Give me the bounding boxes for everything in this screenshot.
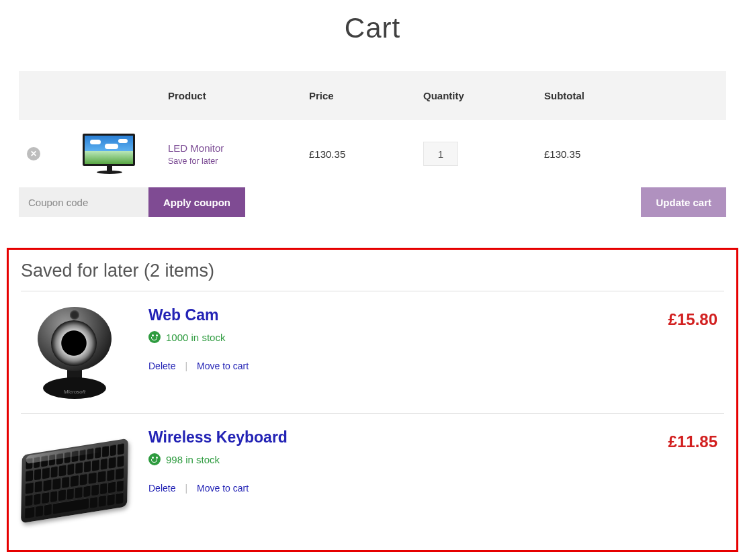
- page-title: Cart: [19, 0, 726, 71]
- stock-status: 998 in stock: [148, 453, 623, 465]
- stock-text: 998 in stock: [166, 454, 220, 465]
- move-to-cart-link[interactable]: Move to cart: [197, 361, 249, 371]
- action-separator: |: [185, 361, 187, 371]
- saved-title: Saved for later (2 items): [21, 258, 724, 291]
- saved-price: £11.85: [644, 426, 724, 451]
- remove-item-button[interactable]: ✕: [27, 147, 40, 160]
- stock-status: 1000 in stock: [148, 331, 623, 343]
- item-price: £130.35: [301, 120, 415, 187]
- saved-thumbnail[interactable]: [21, 426, 128, 523]
- delete-saved-link[interactable]: Delete: [148, 361, 175, 371]
- saved-product-name[interactable]: Web Cam: [148, 306, 218, 324]
- col-remove-header: [19, 71, 59, 120]
- apply-coupon-button[interactable]: Apply coupon: [148, 187, 245, 217]
- saved-price: £15.80: [644, 304, 724, 329]
- col-product-header: Product: [160, 71, 301, 120]
- close-icon: ✕: [30, 149, 37, 158]
- delete-saved-link[interactable]: Delete: [148, 483, 175, 494]
- move-to-cart-link[interactable]: Move to cart: [197, 483, 249, 494]
- col-quantity-header: Quantity: [415, 71, 536, 120]
- saved-item: Microsoft Web Cam 1000 in stock Delete |: [21, 291, 724, 413]
- smile-icon: [148, 453, 161, 465]
- update-cart-button[interactable]: Update cart: [641, 187, 726, 217]
- product-thumbnail[interactable]: [83, 134, 136, 174]
- action-separator: |: [185, 483, 187, 494]
- item-subtotal: £130.35: [536, 120, 726, 187]
- product-name-link[interactable]: LED Monitor: [168, 142, 224, 154]
- saved-product-name[interactable]: Wireless Keyboard: [148, 428, 288, 446]
- cart-table: Product Price Quantity Subtotal ✕: [19, 71, 726, 187]
- smile-icon: [148, 331, 161, 343]
- col-subtotal-header: Subtotal: [536, 71, 726, 120]
- cart-row: ✕: [19, 120, 726, 187]
- col-thumb-header: [59, 71, 160, 120]
- saved-for-later-section: Saved for later (2 items) Microsoft Web …: [7, 248, 738, 552]
- saved-item: Wireless Keyboard 998 in stock Delete | …: [21, 413, 724, 535]
- quantity-input[interactable]: [423, 142, 458, 166]
- saved-thumbnail[interactable]: Microsoft: [21, 304, 128, 401]
- coupon-code-input[interactable]: [19, 187, 148, 217]
- stock-text: 1000 in stock: [166, 332, 225, 343]
- col-price-header: Price: [301, 71, 415, 120]
- cart-actions: Apply coupon Update cart: [19, 187, 726, 217]
- save-for-later-link[interactable]: Save for later: [168, 156, 293, 166]
